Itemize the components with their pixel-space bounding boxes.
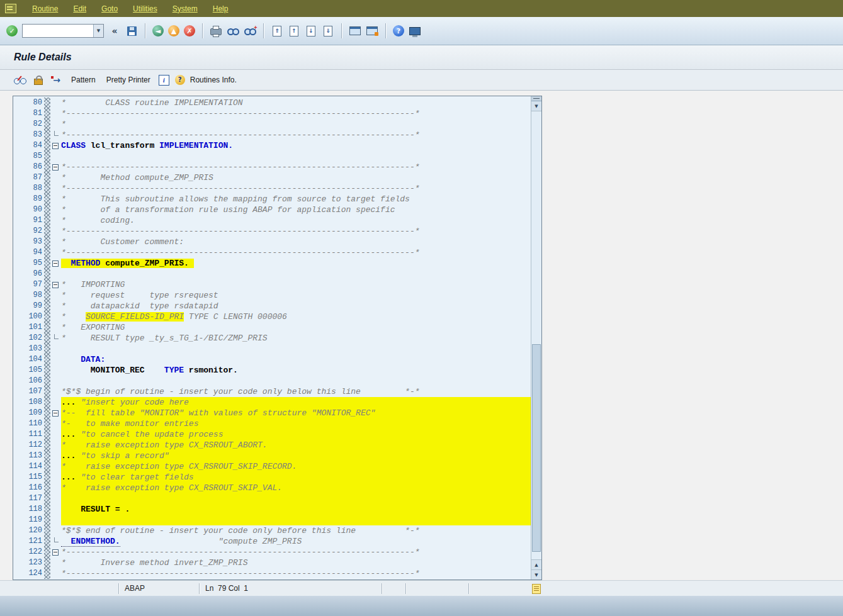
help-icon[interactable]: ? [393, 25, 404, 36]
code-text[interactable] [61, 344, 531, 354]
code-text[interactable] [61, 151, 531, 162]
gutter-hatch[interactable] [44, 108, 50, 119]
code-text[interactable]: *---------------------------------------… [61, 183, 531, 194]
gutter-hatch[interactable] [44, 472, 50, 483]
code-text[interactable] [61, 269, 531, 279]
gutter-hatch[interactable] [44, 311, 50, 322]
code-line-111[interactable]: 111... "to cancel the update process [13, 429, 531, 440]
code-text[interactable]: ... "to skip a record" [61, 451, 531, 461]
code-line-81[interactable]: 81*-------------------------------------… [13, 108, 531, 119]
code-text[interactable]: * RESULT type _ty_s_TG_1-/BIC/ZMP_PRIS [61, 333, 531, 344]
code-line-103[interactable]: 103 [13, 344, 531, 354]
code-line-83[interactable]: 83*-------------------------------------… [13, 130, 531, 140]
code-line-122[interactable]: 122*------------------------------------… [13, 547, 531, 557]
save-icon[interactable] [125, 24, 138, 38]
gutter-hatch[interactable] [44, 408, 50, 418]
pretty-printer-button[interactable]: Pretty Printer [104, 74, 153, 86]
routines-info-button[interactable]: Routines Info. [188, 74, 239, 86]
code-line-124[interactable]: 124*------------------------------------… [13, 568, 531, 579]
gutter-hatch[interactable] [44, 525, 50, 536]
code-line-114[interactable]: 114* raise exception type CX_RSROUT_SKIP… [13, 461, 531, 472]
code-line-100[interactable]: 100* SOURCE_FIELDS-ID_PRI TYPE C LENGTH … [13, 311, 531, 322]
gutter-hatch[interactable] [44, 483, 50, 493]
code-line-112[interactable]: 112* raise exception type CX_RSROUT_ABOR… [13, 440, 531, 451]
gutter-hatch[interactable] [44, 386, 50, 397]
scrollbar-split-handle[interactable] [531, 96, 541, 101]
code-text[interactable]: *---------------------------------------… [61, 226, 531, 237]
code-line-98[interactable]: 98* request type rsrequest [13, 290, 531, 301]
exit-icon[interactable]: ▲ [168, 25, 179, 36]
code-line-91[interactable]: 91* coding. [13, 215, 531, 226]
fold-toggle-icon[interactable] [52, 410, 59, 417]
code-text[interactable]: *$*$ begin of routine - insert your code… [61, 386, 531, 397]
code-text[interactable] [61, 515, 531, 525]
code-text[interactable]: ENDMETHOD. "compute ZMP_PRIS [61, 536, 531, 547]
code-text[interactable]: *-- fill table "MONITOR" with values of … [61, 408, 531, 418]
gutter-hatch[interactable] [44, 397, 50, 408]
code-text[interactable]: * of a transformation rule using ABAP fo… [61, 204, 531, 215]
code-text[interactable]: * This subroutine allows the mapping fro… [61, 194, 531, 204]
system-menu-icon[interactable] [5, 4, 16, 13]
code-line-80[interactable]: 80* CLASS routine IMPLEMENTATION [13, 98, 531, 108]
code-text[interactable]: * SOURCE_FIELDS-ID_PRI TYPE C LENGTH 000… [61, 311, 531, 322]
code-line-102[interactable]: 102* RESULT type _ty_s_TG_1-/BIC/ZMP_PRI… [13, 333, 531, 344]
new-session-icon[interactable] [349, 24, 361, 38]
gutter-hatch[interactable] [44, 140, 50, 151]
find-next-icon[interactable]: + [244, 24, 256, 38]
navigate-icon[interactable]: → [50, 73, 63, 87]
cancel-icon[interactable]: ✗ [184, 25, 195, 36]
scroll-down-icon[interactable]: ▼ [531, 569, 541, 580]
code-line-119[interactable]: 119 [13, 515, 531, 525]
scrollbar-thumb[interactable] [532, 344, 541, 552]
gutter-hatch[interactable] [44, 172, 50, 183]
gutter-hatch[interactable] [44, 183, 50, 194]
find-icon[interactable] [227, 24, 239, 38]
code-text[interactable]: * EXPORTING [61, 322, 531, 333]
code-line-89[interactable]: 89* This subroutine allows the mapping f… [13, 194, 531, 204]
gutter-hatch[interactable] [44, 376, 50, 386]
gutter-hatch[interactable] [44, 461, 50, 472]
gutter-hatch[interactable] [44, 568, 50, 579]
status-note-icon[interactable] [532, 584, 541, 594]
gutter-hatch[interactable] [44, 547, 50, 557]
gutter-hatch[interactable] [44, 279, 50, 290]
lock-icon[interactable] [32, 73, 45, 87]
code-line-93[interactable]: 93* Customer comment: [13, 237, 531, 247]
collapse-toolbar-icon[interactable]: « [108, 24, 121, 38]
gutter-hatch[interactable] [44, 344, 50, 354]
gutter-hatch[interactable] [44, 418, 50, 429]
command-dropdown-icon[interactable]: ▼ [93, 25, 103, 37]
fold-toggle-icon[interactable] [52, 143, 59, 149]
code-text[interactable]: * request type rsrequest [61, 290, 531, 301]
back-icon[interactable]: ◄ [152, 25, 164, 36]
print-icon[interactable] [210, 24, 222, 38]
enter-icon[interactable]: ✓ [6, 25, 18, 36]
gutter-hatch[interactable] [44, 151, 50, 162]
gutter-hatch[interactable] [44, 226, 50, 237]
code-line-109[interactable]: 109*-- fill table "MONITOR" with values … [13, 408, 531, 418]
code-line-84[interactable]: 84CLASS lcl_transform IMPLEMENTATION. [13, 140, 531, 151]
gutter-hatch[interactable] [44, 333, 50, 344]
gutter-hatch[interactable] [44, 451, 50, 461]
gutter-hatch[interactable] [44, 536, 50, 547]
scrollbar-track[interactable] [531, 120, 541, 559]
code-text[interactable]: * datapackid type rsdatapid [61, 301, 531, 311]
editor-scrollbar[interactable]: ▼ ▲ ▼ [531, 96, 541, 580]
routines-info-help-icon[interactable]: ? [175, 75, 185, 85]
menu-goto[interactable]: Goto [94, 3, 125, 15]
code-line-115[interactable]: 115... "to clear target fields [13, 472, 531, 483]
gutter-hatch[interactable] [44, 130, 50, 140]
code-line-85[interactable]: 85 [13, 151, 531, 162]
code-text[interactable]: ... "insert your code here [61, 397, 531, 408]
code-line-120[interactable]: 120*$*$ end of routine - insert your cod… [13, 525, 531, 536]
gutter-hatch[interactable] [44, 557, 50, 568]
code-line-96[interactable]: 96 [13, 269, 531, 279]
code-text[interactable]: *---------------------------------------… [61, 108, 531, 119]
gutter-hatch[interactable] [44, 354, 50, 365]
gutter-hatch[interactable] [44, 322, 50, 333]
gutter-hatch[interactable] [44, 290, 50, 301]
menu-edit[interactable]: Edit [66, 3, 93, 15]
code-text[interactable]: RESULT = . [61, 504, 531, 515]
code-line-116[interactable]: 116* raise exception type CX_RSROUT_SKIP… [13, 483, 531, 493]
code-area[interactable]: 80* CLASS routine IMPLEMENTATION81*-----… [13, 96, 531, 580]
